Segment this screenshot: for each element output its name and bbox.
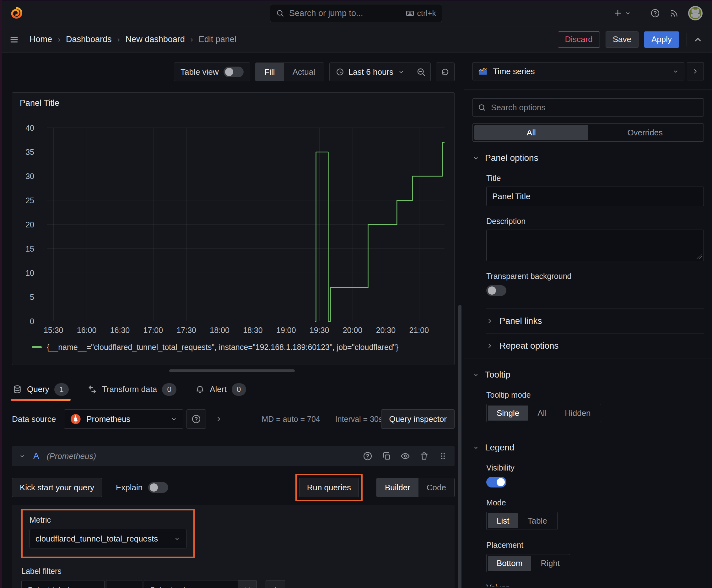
tab-transform-data[interactable]: Transform data 0: [88, 378, 176, 401]
query-row-header[interactable]: A (Prometheus): [12, 446, 455, 466]
section-tooltip[interactable]: Tooltip: [473, 370, 704, 380]
operator-dropdown[interactable]: =: [106, 580, 142, 588]
bell-icon: [195, 385, 205, 394]
section-legend[interactable]: Legend: [473, 443, 704, 453]
section-panel-options[interactable]: Panel options: [473, 153, 704, 163]
placement-right[interactable]: Right: [532, 555, 568, 571]
chevron-down-icon: [170, 416, 177, 422]
tooltip-title: Tooltip: [485, 370, 511, 380]
kick-start-button[interactable]: Kick start your query: [12, 478, 102, 497]
global-search[interactable]: ctrl+k: [270, 4, 442, 22]
grafana-logo[interactable]: [9, 6, 24, 20]
explain-toggle[interactable]: [148, 482, 168, 493]
x-tick-label: 19:00: [276, 326, 296, 335]
add-filter-button[interactable]: [265, 580, 285, 588]
options-filter-tabs: All Overrides: [473, 123, 704, 142]
apply-button[interactable]: Apply: [644, 31, 679, 48]
time-range-picker: Last 6 hours: [329, 63, 431, 81]
datasource-picker[interactable]: Prometheus: [64, 409, 184, 429]
query-datasource-note: (Prometheus): [47, 451, 96, 461]
header-actions: Discard Save Apply: [558, 31, 703, 48]
breadcrumb-separator: ›: [58, 35, 60, 44]
breadcrumb-dashboards[interactable]: Dashboards: [66, 35, 112, 44]
tab-alert[interactable]: Alert 0: [195, 378, 246, 401]
resize-drag-handle[interactable]: [169, 370, 295, 372]
tooltip-mode-all[interactable]: All: [528, 405, 555, 421]
new-menu-button[interactable]: [613, 8, 631, 18]
remove-filter-button[interactable]: [238, 580, 257, 588]
time-range-button[interactable]: Last 6 hours: [330, 63, 411, 81]
section-panel-links[interactable]: Panel links: [486, 309, 704, 333]
chevron-down-icon: [624, 10, 631, 17]
tab-overrides[interactable]: Overrides: [588, 125, 702, 140]
alert-count-badge: 0: [232, 383, 246, 396]
discard-button[interactable]: Discard: [558, 31, 600, 48]
select-value-dropdown[interactable]: Select value: [144, 580, 238, 588]
collapse-pane-button[interactable]: [687, 62, 704, 80]
tooltip-mode-hidden[interactable]: Hidden: [556, 405, 599, 421]
tab-alert-label: Alert: [210, 384, 226, 394]
scrollbar[interactable]: [458, 305, 461, 588]
select-label-placeholder: Select label: [27, 585, 69, 588]
chevron-down-icon: [92, 586, 99, 588]
breadcrumb-home[interactable]: Home: [29, 35, 52, 44]
news-rss-icon[interactable]: [669, 8, 679, 18]
query-inspector-button[interactable]: Query inspector: [381, 409, 455, 429]
zoom-out-icon[interactable]: [411, 63, 430, 81]
tab-all[interactable]: All: [474, 125, 588, 140]
panel-title-input[interactable]: [486, 187, 704, 206]
chevron-right-icon[interactable]: [215, 416, 222, 422]
breadcrumb: Home › Dashboards › New dashboard › Edit…: [29, 35, 236, 44]
visualization-picker[interactable]: Time series: [473, 62, 684, 80]
help-icon[interactable]: [650, 8, 660, 18]
repeat-options-label: Repeat options: [499, 341, 559, 351]
legend-mode-list[interactable]: List: [488, 513, 518, 528]
plot-area[interactable]: [47, 128, 445, 321]
refresh-icon[interactable]: [436, 63, 455, 81]
placement-bottom[interactable]: Bottom: [488, 555, 531, 571]
tab-query[interactable]: Query 1: [13, 378, 69, 401]
section-repeat-options[interactable]: Repeat options: [486, 334, 704, 358]
builder-option[interactable]: Builder: [377, 478, 418, 497]
breadcrumb-new-dashboard[interactable]: New dashboard: [126, 35, 185, 44]
grip-icon[interactable]: [438, 451, 448, 461]
tooltip-mode-single[interactable]: Single: [488, 405, 528, 421]
help-icon[interactable]: [363, 451, 372, 461]
avatar[interactable]: [688, 6, 703, 20]
search-input[interactable]: [288, 8, 402, 19]
run-queries-button[interactable]: Run queries: [299, 478, 359, 497]
resize-handle[interactable]: [697, 254, 702, 259]
panel-preview[interactable]: Panel Title 0510152025303540 15:3016:001…: [12, 92, 455, 365]
save-button[interactable]: Save: [606, 31, 639, 48]
y-axis-labels: 0510152025303540: [12, 128, 41, 321]
chevron-down-icon[interactable]: [19, 453, 26, 460]
chevron-up-icon[interactable]: [687, 33, 703, 46]
chart-legend[interactable]: {__name__="cloudflared_tunnel_total_requ…: [32, 343, 398, 352]
chevron-right-icon: [486, 318, 493, 324]
options-search[interactable]: [473, 98, 704, 117]
code-option[interactable]: Code: [418, 478, 454, 497]
eye-icon[interactable]: [401, 451, 410, 461]
table-view-toggle[interactable]: [223, 67, 244, 77]
legend-mode-table[interactable]: Table: [519, 513, 556, 528]
transform-icon: [88, 385, 97, 394]
tab-query-label: Query: [27, 384, 49, 394]
select-label-dropdown[interactable]: Select label: [21, 580, 105, 588]
fill-option[interactable]: Fill: [256, 63, 283, 81]
trash-icon[interactable]: [419, 451, 429, 461]
actual-option[interactable]: Actual: [284, 63, 324, 81]
options-search-input[interactable]: [490, 102, 698, 113]
description-textarea[interactable]: [486, 230, 704, 261]
panel-links-label: Panel links: [499, 316, 542, 326]
metric-select[interactable]: cloudflared_tunnel_total_requests: [29, 529, 187, 548]
database-icon: [13, 385, 22, 394]
legend-series-name[interactable]: {__name__="cloudflared_tunnel_total_requ…: [47, 343, 398, 352]
explain-label: Explain: [116, 483, 143, 492]
y-tick-label: 5: [30, 293, 34, 302]
datasource-help-icon[interactable]: [187, 409, 206, 429]
copy-icon[interactable]: [382, 451, 391, 461]
chevron-down-icon: [473, 444, 479, 451]
menu-icon[interactable]: [9, 35, 19, 44]
transparent-background-toggle[interactable]: [486, 285, 506, 296]
legend-visibility-toggle[interactable]: [486, 477, 506, 487]
